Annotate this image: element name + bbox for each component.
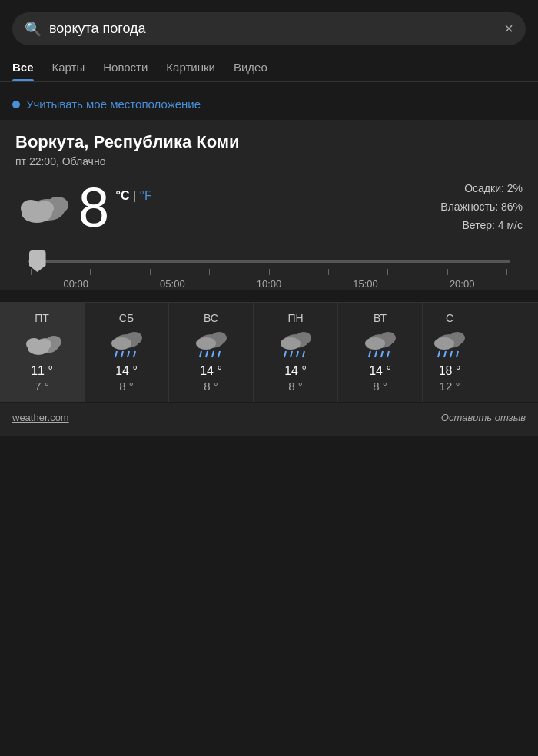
forecast-low-3: 8 ° [261,380,330,393]
tick-7 [387,269,388,275]
forecast-low-1: 8 ° [92,380,161,393]
tick-4 [209,269,210,275]
tick-9 [506,269,507,275]
weather-card-footer: weather.com Оставить отзыв [0,403,538,436]
temperature-value: 8 [78,177,109,238]
forecast-section: ПТ 11 ° 7 ° СБ [0,302,538,402]
forecast-low-2: 8 ° [177,380,245,393]
svg-line-29 [297,351,298,357]
forecast-day-name-5: С [430,312,469,324]
forecast-day-vt[interactable]: ВТ 14 ° 8 ° [338,303,423,402]
timeline-section: 00:00 05:00 10:00 15:00 20:00 [15,247,523,290]
timeline-labels: 00:00 05:00 10:00 15:00 20:00 [28,278,510,290]
svg-point-40 [434,337,454,350]
svg-point-33 [365,337,385,350]
search-icon: 🔍 [25,21,42,38]
forecast-icon-5 [430,330,469,358]
slider-track [28,260,510,263]
svg-line-22 [212,351,214,357]
svg-line-16 [134,351,135,357]
svg-line-43 [450,351,452,357]
search-query-text[interactable]: воркута погода [49,21,496,37]
weather-details: Осадки: 2% Влажность: 86% Ветер: 4 м/с [440,180,523,234]
tick-3 [150,269,151,275]
forecast-icon-3 [277,330,315,358]
tab-video[interactable]: Видео [234,55,267,81]
forecast-day-pt[interactable]: ПТ 11 ° 7 ° [0,303,85,402]
clear-search-button[interactable]: × [504,20,513,38]
tab-news[interactable]: Новости [103,55,148,81]
forecast-icon-2 [192,330,231,358]
svg-line-41 [438,351,440,357]
forecast-high-0: 11 ° [8,364,76,378]
celsius-unit[interactable]: °C [116,189,130,202]
tick-1 [31,269,32,275]
forecast-low-5: 12 ° [430,380,469,393]
cloud-icon [15,188,69,227]
svg-line-13 [115,351,117,357]
forecast-day-name-0: ПТ [8,312,76,324]
precipitation-label: Осадки: 2% [440,180,523,198]
forecast-icon-4 [361,330,400,358]
forecast-day-s[interactable]: С 18 ° 12 ° [423,303,477,402]
forecast-high-2: 14 ° [177,364,245,378]
svg-line-35 [375,351,377,357]
timeline-slider[interactable] [28,260,510,263]
svg-line-30 [303,351,304,357]
city-name: Воркута, Республика Коми [15,132,523,152]
forecast-day-name-4: ВТ [346,312,414,324]
forecast-day-name-1: СБ [92,312,161,324]
time-label-0: 00:00 [64,278,89,290]
svg-line-34 [369,351,370,357]
svg-line-15 [128,351,129,357]
current-weather-row: 8 °C | °F Осадки: 2% Влажность: 86% Вете… [15,180,523,235]
fahrenheit-unit[interactable]: °F [140,189,152,202]
svg-point-26 [281,337,301,350]
svg-line-14 [121,351,123,357]
forecast-day-pn[interactable]: ПН 14 ° 8 ° [254,303,338,402]
time-label-4: 20:00 [450,278,475,290]
weather-source-link[interactable]: weather.com [12,412,69,423]
svg-point-4 [35,201,54,216]
forecast-day-name-3: ПН [261,312,330,324]
tick-2 [90,269,91,275]
tab-maps[interactable]: Карты [52,55,85,81]
svg-line-37 [387,351,389,357]
svg-line-21 [206,351,208,357]
svg-line-42 [444,351,446,357]
forecast-day-name-2: ВС [177,312,245,324]
humidity-label: Влажность: 86% [440,198,523,217]
temperature-section: 8 °C | °F [15,180,152,235]
svg-line-20 [200,351,201,357]
search-bar: 🔍 воркута погода × [12,12,526,45]
forecast-icon-0 [23,330,61,358]
tab-images[interactable]: Картинки [166,55,215,81]
tab-all[interactable]: Все [12,55,34,81]
location-dot-icon [12,101,20,108]
forecast-day-vs[interactable]: ВС 14 ° 8 ° [169,303,254,402]
weather-datetime: пт 22:00, Облачно [15,155,523,167]
time-label-2: 10:00 [257,278,282,290]
search-tabs: Все Карты Новости Картинки Видео [0,55,538,82]
tick-5 [269,269,270,275]
search-bar-container: 🔍 воркута погода × [0,0,538,55]
time-label-3: 15:00 [353,278,378,290]
svg-line-44 [457,351,458,357]
unit-separator: | [129,189,139,202]
forecast-high-1: 14 ° [92,364,161,378]
forecast-high-5: 18 ° [430,364,469,378]
location-toggle-label: Учитывать моё местоположение [26,98,201,111]
weather-card: Воркута, Республика Коми пт 22:00, Облач… [0,120,538,290]
forecast-low-4: 8 ° [346,380,414,393]
tick-8 [447,269,448,275]
slider-ticks [28,269,510,275]
forecast-day-sb[interactable]: СБ 14 ° 8 ° [85,303,169,402]
leave-review-link[interactable]: Оставить отзыв [441,412,526,423]
forecast-high-3: 14 ° [261,364,330,378]
forecast-icon-1 [108,330,146,358]
time-label-1: 05:00 [160,278,185,290]
location-toggle[interactable]: Учитывать моё местоположение [0,91,538,120]
temp-value-container: 8 °C | °F [78,180,152,235]
svg-line-23 [218,351,220,357]
tick-6 [328,269,329,275]
